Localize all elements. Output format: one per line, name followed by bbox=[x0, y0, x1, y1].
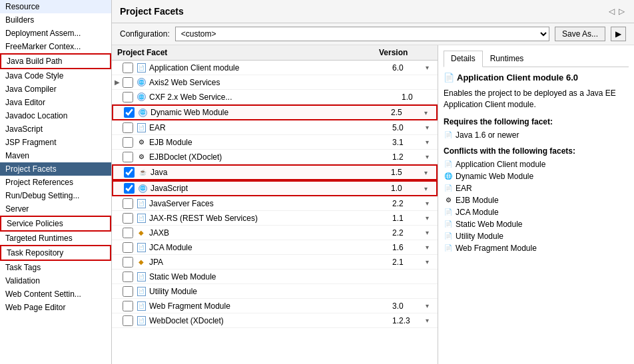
sidebar-item-deployment-assem[interactable]: Deployment Assem... bbox=[0, 27, 111, 40]
expand-arrow-icon[interactable]: ▶ bbox=[115, 79, 123, 86]
facet-row[interactable]: 🌐Dynamic Web Module2.5▾ bbox=[112, 104, 438, 120]
facet-checkbox[interactable] bbox=[123, 272, 133, 282]
facet-name: JAXB bbox=[149, 228, 392, 238]
conflicts-item: 📄Static Web Module bbox=[444, 218, 629, 230]
page-icon: 📄 bbox=[136, 242, 147, 253]
version-dropdown-icon[interactable]: ▾ bbox=[426, 64, 435, 71]
facet-checkbox[interactable] bbox=[123, 315, 133, 326]
sidebar-item-project-references[interactable]: Project References bbox=[0, 176, 111, 189]
sidebar-item-project-facets[interactable]: Project Facets bbox=[0, 162, 111, 176]
sidebar-item-java-build-path[interactable]: Java Build Path bbox=[0, 53, 111, 69]
conflicts-item: 📄Application Client module bbox=[444, 158, 629, 170]
facet-checkbox[interactable] bbox=[123, 152, 133, 162]
facet-row[interactable]: 📄Utility Module bbox=[112, 284, 438, 299]
version-dropdown-icon[interactable]: ▾ bbox=[426, 258, 435, 266]
facet-checkbox[interactable] bbox=[123, 122, 133, 133]
facet-checkbox[interactable] bbox=[123, 213, 133, 224]
page-icon: 📄 bbox=[136, 198, 147, 209]
facet-version: 1.0 bbox=[402, 92, 435, 102]
facet-version: 1.1 bbox=[392, 214, 426, 223]
facet-checkbox[interactable] bbox=[123, 137, 133, 148]
facet-row[interactable]: 🌐JavaScript1.0▾ bbox=[112, 180, 438, 196]
web2-icon: 🌐 bbox=[137, 183, 148, 194]
facet-row[interactable]: ⚙EJB Module3.1▾ bbox=[112, 135, 438, 150]
sidebar-item-validation[interactable]: Validation bbox=[0, 274, 111, 287]
version-dropdown-icon[interactable]: ▾ bbox=[426, 124, 435, 131]
facet-checkbox[interactable] bbox=[123, 301, 133, 311]
sidebar-item-task-repository[interactable]: Task Repository bbox=[0, 245, 111, 261]
version-dropdown-icon[interactable]: ▾ bbox=[426, 153, 435, 160]
version-dropdown-icon[interactable]: ▾ bbox=[426, 138, 435, 146]
tab-runtimes[interactable]: Runtimes bbox=[483, 51, 531, 67]
conflicts-item: 📄Web Fragment Module bbox=[444, 242, 629, 254]
config-select[interactable]: <custom> bbox=[175, 27, 549, 41]
version-dropdown-icon[interactable]: ▾ bbox=[426, 229, 435, 236]
facet-name: WebDoclet (XDoclet) bbox=[149, 316, 392, 325]
nav-back-icon[interactable]: ◁ bbox=[607, 5, 616, 17]
nav-forward-icon[interactable]: ▷ bbox=[617, 5, 626, 17]
facet-version: 2.2 bbox=[392, 199, 426, 208]
facet-name: Application Client module bbox=[149, 63, 392, 73]
facet-row[interactable]: ⚙EJBDoclet (XDoclet)1.2▾ bbox=[112, 150, 438, 164]
facet-row[interactable]: 📄Static Web Module bbox=[112, 270, 438, 284]
version-dropdown-icon[interactable]: ▾ bbox=[426, 200, 435, 207]
sidebar-item-jsp-fragment[interactable]: JSP Fragment bbox=[0, 136, 111, 149]
version-dropdown-icon[interactable]: ▾ bbox=[426, 214, 435, 222]
facet-row[interactable]: 📄EAR5.0▾ bbox=[112, 120, 438, 135]
sidebar-item-service-policies[interactable]: Service Policies bbox=[0, 216, 111, 232]
sidebar-item-java-code-style[interactable]: Java Code Style bbox=[0, 69, 111, 83]
sidebar-item-web-content-settin[interactable]: Web Content Settin... bbox=[0, 287, 111, 301]
sidebar-item-maven[interactable]: Maven bbox=[0, 149, 111, 162]
version-dropdown-icon[interactable]: ▾ bbox=[424, 109, 434, 116]
facet-checkbox[interactable] bbox=[123, 286, 133, 297]
facet-row[interactable]: 📄WebDoclet (XDoclet)1.2.3▾ bbox=[112, 313, 438, 328]
facet-checkbox[interactable] bbox=[123, 242, 133, 253]
sidebar-item-java-editor[interactable]: Java Editor bbox=[0, 96, 111, 109]
facet-row[interactable]: ◆JPA2.1▾ bbox=[112, 255, 438, 270]
facet-row[interactable]: 📄Application Client module6.0▾ bbox=[112, 61, 438, 75]
facet-row[interactable]: 📄JCA Module1.6▾ bbox=[112, 240, 438, 255]
facet-row[interactable]: ▶🌐Axis2 Web Services bbox=[112, 75, 438, 90]
facet-checkbox[interactable] bbox=[123, 228, 133, 238]
sidebar-item-task-tags[interactable]: Task Tags bbox=[0, 261, 111, 274]
facet-row[interactable]: 📄Web Fragment Module3.0▾ bbox=[112, 299, 438, 313]
sidebar-item-targeted-runtimes[interactable]: Targeted Runtimes bbox=[0, 232, 111, 245]
sidebar-item-rundebug-setting[interactable]: Run/Debug Setting... bbox=[0, 189, 111, 202]
facet-checkbox[interactable] bbox=[123, 77, 133, 88]
version-dropdown-icon[interactable]: ▾ bbox=[424, 185, 434, 192]
facet-checkbox[interactable] bbox=[123, 198, 133, 209]
facet-checkbox[interactable] bbox=[123, 92, 133, 102]
facet-row[interactable]: ◆JAXB2.2▾ bbox=[112, 226, 438, 240]
sidebar-item-server[interactable]: Server bbox=[0, 202, 111, 216]
version-dropdown-icon[interactable]: ▾ bbox=[424, 169, 434, 176]
conflicts-item-label: Application Client module bbox=[456, 160, 545, 169]
conflict-icon: ⚙ bbox=[444, 196, 453, 205]
sidebar-item-freemarker-contex[interactable]: FreeMarker Contex... bbox=[0, 40, 111, 53]
facet-checkbox[interactable] bbox=[124, 167, 135, 178]
conflicts-item: 📄Utility Module bbox=[444, 230, 629, 242]
sidebar-item-javascript[interactable]: JavaScript bbox=[0, 122, 111, 136]
facet-row[interactable]: 🌐CXF 2.x Web Service...1.0 bbox=[112, 90, 438, 104]
sidebar-item-resource[interactable]: Resource bbox=[0, 0, 111, 13]
tab-details[interactable]: Details bbox=[444, 51, 483, 67]
save-as-button[interactable]: Save As... bbox=[555, 27, 605, 41]
sidebar-item-java-compiler[interactable]: Java Compiler bbox=[0, 83, 111, 96]
facet-row[interactable]: 📄JavaServer Faces2.2▾ bbox=[112, 196, 438, 211]
version-dropdown-icon[interactable]: ▾ bbox=[426, 302, 435, 309]
sidebar-item-web-page-editor[interactable]: Web Page Editor bbox=[0, 301, 111, 314]
facet-checkbox[interactable] bbox=[123, 63, 133, 73]
facet-row[interactable]: 📄JAX-RS (REST Web Services)1.1▾ bbox=[112, 211, 438, 226]
extra-button[interactable]: ▶ bbox=[611, 27, 626, 41]
version-dropdown-icon[interactable]: ▾ bbox=[426, 244, 435, 251]
sidebar-item-javadoc-location[interactable]: Javadoc Location bbox=[0, 109, 111, 122]
sidebar-item-builders[interactable]: Builders bbox=[0, 13, 111, 27]
facet-checkbox[interactable] bbox=[123, 257, 133, 268]
nav-arrows: ◁ ▷ bbox=[607, 5, 626, 17]
conflict-icon: 📄 bbox=[444, 232, 453, 241]
facet-row[interactable]: ☕Java1.5▾ bbox=[112, 164, 438, 180]
facet-checkbox[interactable] bbox=[124, 107, 135, 118]
conflict-icon: 📄 bbox=[444, 160, 453, 169]
facet-version: 5.0 bbox=[392, 123, 426, 132]
facet-checkbox[interactable] bbox=[124, 183, 135, 194]
version-dropdown-icon[interactable]: ▾ bbox=[426, 317, 435, 324]
